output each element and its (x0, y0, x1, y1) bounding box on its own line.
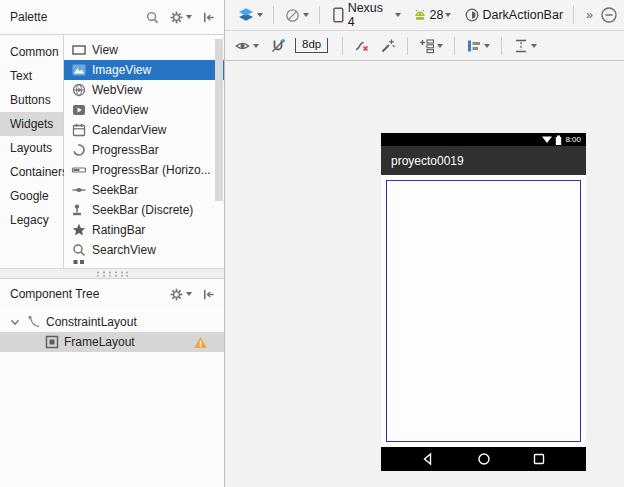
palette-body: Common Text Buttons Widgets Layouts Cont… (0, 35, 224, 268)
constraintlayout-icon (26, 314, 42, 330)
left-panel: Palette Common Text Buttons Widgets Layo… (0, 0, 225, 487)
component-tree-gear-menu[interactable] (169, 287, 192, 302)
category-text[interactable]: Text (0, 64, 63, 88)
palette-item-calendarview[interactable]: CalendarView (64, 120, 224, 140)
preview-content-area[interactable] (381, 175, 586, 447)
orientation-button[interactable] (284, 7, 309, 24)
progressbar-icon (71, 142, 87, 158)
ratingbar-icon (71, 222, 87, 238)
palette-item-progressbar[interactable]: ProgressBar (64, 140, 224, 160)
distribute-button[interactable] (513, 38, 537, 54)
overflow-chevrons[interactable]: » (586, 8, 593, 22)
searchview-icon (71, 242, 87, 258)
component-tree: ConstraintLayout FrameLayout (0, 309, 224, 352)
android-icon (412, 8, 428, 23)
device-label: Nexus 4 (348, 1, 393, 29)
chevron-down-icon (257, 13, 263, 17)
status-time: 8:00 (565, 136, 581, 144)
palette-item-videoview[interactable]: VideoView (64, 100, 224, 120)
category-widgets[interactable]: Widgets (0, 112, 63, 136)
category-common[interactable]: Common (0, 40, 63, 64)
category-buttons[interactable]: Buttons (0, 88, 63, 112)
pack-button[interactable] (419, 38, 443, 54)
theme-selector[interactable]: DarkActionBar (464, 7, 563, 23)
toolbar-separator (407, 37, 408, 55)
battery-icon (555, 135, 562, 145)
chevron-down-icon (484, 44, 490, 48)
framelayout-selection-frame[interactable] (386, 180, 581, 442)
palette-item-webview[interactable]: WebView (64, 80, 224, 100)
chevron-down-icon[interactable] (8, 315, 22, 329)
theme-label: DarkActionBar (482, 8, 563, 22)
toolbar-separator (319, 6, 320, 24)
category-layouts[interactable]: Layouts (0, 136, 63, 160)
panel-splitter[interactable] (0, 268, 224, 279)
device-phone-icon (330, 6, 346, 24)
design-canvas[interactable]: 8:00 proyecto0019 (225, 61, 624, 486)
autoconnect-toggle[interactable] (270, 38, 286, 54)
design-surface-button[interactable] (237, 6, 263, 24)
device-preview[interactable]: 8:00 proyecto0019 (381, 133, 586, 471)
palette-item-ratingbar[interactable]: RatingBar (64, 220, 224, 240)
palette-item-seekbar[interactable]: SeekBar (64, 180, 224, 200)
api-level-label: 28 (430, 8, 444, 22)
theme-icon (464, 7, 480, 23)
default-margin-value[interactable]: 8dp (295, 38, 328, 53)
preview-navbar (381, 447, 586, 471)
view-options-eye-icon (234, 38, 251, 54)
tree-node-framelayout[interactable]: FrameLayout (0, 332, 224, 352)
autoconnect-magnet-off-icon (270, 38, 286, 54)
view-icon (71, 42, 87, 58)
chevron-down-icon (303, 13, 309, 17)
hide-panel-icon[interactable] (201, 10, 216, 25)
nav-home-icon (477, 452, 491, 466)
editor-area: Nexus 4 28 DarkActionBar » 8dp (225, 0, 624, 487)
palette-gear-menu[interactable] (169, 10, 192, 25)
palette-item-view[interactable]: View (64, 40, 224, 60)
webview-icon (71, 82, 87, 98)
preview-actionbar: proyecto0019 (381, 146, 586, 175)
align-icon (466, 38, 482, 54)
framelayout-icon (44, 334, 60, 350)
search-icon[interactable] (145, 10, 160, 25)
category-google[interactable]: Google (0, 184, 63, 208)
hide-panel-icon[interactable] (201, 287, 216, 302)
chevron-down-icon (186, 292, 192, 296)
palette-widget-list: View ImageView WebView VideoView Calenda… (64, 35, 224, 268)
pack-icon (419, 38, 435, 54)
preview-statusbar: 8:00 (381, 133, 586, 146)
api-level-selector[interactable]: 28 (412, 8, 452, 23)
palette-item-seekbar-discrete[interactable]: SeekBar (Discrete) (64, 200, 224, 220)
chevron-down-icon (437, 44, 443, 48)
clear-constraints-button[interactable] (354, 38, 370, 54)
gear-icon (169, 10, 184, 25)
wifi-icon (542, 136, 552, 144)
zoom-out-button[interactable] (600, 6, 618, 24)
textureview-icon (71, 260, 87, 268)
calendarview-icon (71, 122, 87, 138)
view-options-button[interactable] (234, 38, 259, 54)
warning-icon[interactable] (193, 335, 208, 350)
seekbar-discrete-icon (71, 202, 87, 218)
device-selector[interactable]: Nexus 4 (330, 1, 401, 29)
category-containers[interactable]: Containers (0, 160, 63, 184)
distribute-icon (513, 38, 529, 54)
toolbar-separator (273, 6, 274, 24)
component-tree-title: Component Tree (10, 287, 169, 301)
palette-item-clipped[interactable] (64, 260, 224, 268)
palette-item-progressbar-horizontal[interactable]: ProgressBar (Horizo... (64, 160, 224, 180)
palette-scrollbar-thumb[interactable] (215, 39, 223, 201)
palette-item-searchview[interactable]: SearchView (64, 240, 224, 260)
align-button[interactable] (466, 38, 490, 54)
tree-node-constraintlayout[interactable]: ConstraintLayout (0, 312, 224, 332)
palette-item-imageview[interactable]: ImageView (64, 60, 224, 80)
gear-icon (169, 287, 184, 302)
infer-constraints-button[interactable] (380, 38, 396, 54)
category-legacy[interactable]: Legacy (0, 208, 63, 232)
clear-constraints-icon (354, 38, 370, 54)
app-title: proyecto0019 (391, 154, 464, 168)
toolbar-separator (342, 37, 343, 55)
palette-categories: Common Text Buttons Widgets Layouts Cont… (0, 35, 64, 268)
progressbar-horizontal-icon (71, 162, 87, 178)
orientation-icon (284, 7, 301, 24)
